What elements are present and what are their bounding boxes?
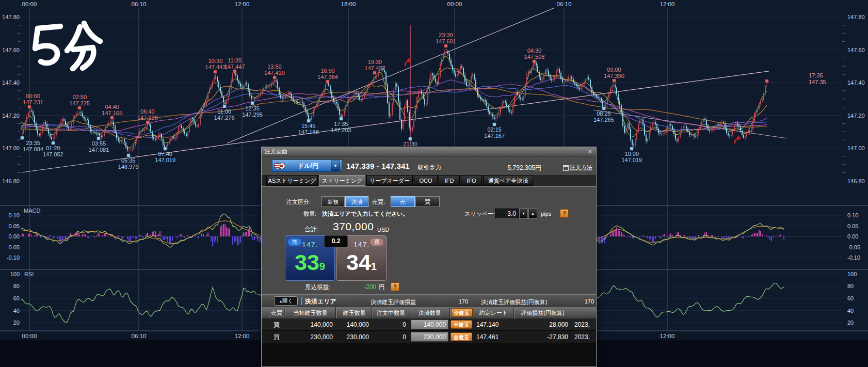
swing-time-label: 04:30 <box>527 47 542 54</box>
swing-high-marker <box>533 60 536 63</box>
tab-ストリーミング[interactable]: ストリーミング <box>319 175 365 186</box>
swing-price-label: 147.276 <box>214 115 235 121</box>
price-axis-label: 147.60 <box>847 47 865 53</box>
swing-low-marker <box>340 117 343 120</box>
cell: 0 <box>373 318 409 331</box>
currency-pair-select[interactable]: ドル/円 ▼ <box>272 159 342 172</box>
currency-pair-label: ドル/円 <box>285 162 331 170</box>
swing-time-label: 08:25 <box>597 110 611 117</box>
all-position-button[interactable]: 全建玉 <box>451 332 472 341</box>
tab-IFD[interactable]: IFD <box>439 175 460 186</box>
column-header-date <box>572 307 597 318</box>
order-method-link[interactable]: 注文方法 <box>570 164 592 171</box>
select-all-positions-button[interactable]: 全建玉 <box>451 308 473 317</box>
table-row[interactable]: 買230,000230,0000230,000全建玉147.461-27,830… <box>262 331 597 343</box>
quantity-label: 数量: <box>303 210 316 218</box>
slippage-help-icon[interactable]: ? <box>560 209 569 218</box>
swing-time-label: 04:40 <box>105 104 119 110</box>
chevron-down-icon[interactable]: ▼ <box>331 161 340 171</box>
macd-axis-label: 0.05 <box>9 223 20 229</box>
rsi-axis-label: 80 <box>847 283 854 289</box>
bid-ask-quote: 147.339 - 147.341 <box>346 162 410 170</box>
expected-pl-unit: 円 <box>379 283 385 291</box>
column-header-建玉数量: 建玉数量 <box>336 307 372 318</box>
macd-axis-label: 0.00 <box>847 233 858 240</box>
macd-axis-label: -0.10 <box>7 254 20 261</box>
rsi-axis-label: 100 <box>10 271 20 277</box>
swing-time-label: 05:35 <box>121 157 136 164</box>
macd-axis-label: 0.10 <box>847 212 858 218</box>
rsi-axis-label: 20 <box>13 320 20 326</box>
column-header-注文中数量: 注文中数量 <box>373 307 409 318</box>
tab-リーブオーダー[interactable]: リーブオーダー <box>366 175 413 186</box>
expected-pl-label: 見込損益: <box>305 283 330 291</box>
column-header-売買: 売買 <box>269 307 284 318</box>
current-candle-marker <box>765 79 768 83</box>
swing-low-marker <box>409 137 412 140</box>
swing-price-label: 147.410 <box>264 70 285 76</box>
slippage-up-button[interactable]: ▲ <box>528 209 537 219</box>
price-axis-label: 147.60 <box>2 47 20 53</box>
rsi-panel-label: RSI <box>24 271 34 277</box>
swing-price-label: 147.019 <box>621 157 642 163</box>
eval-pl-value: 170 <box>437 298 468 305</box>
time-axis-label: 00:00 <box>447 1 462 7</box>
column-header-全建玉[interactable]: 全建玉 <box>450 307 473 318</box>
swing-time-label: 06:40 <box>140 108 155 115</box>
table-row[interactable]: 買140,000140,0000140,000全建玉147.14028,0002… <box>262 318 597 331</box>
swing-price-label: 147.167 <box>484 133 505 139</box>
close-area-toggle-button[interactable]: ▲開く <box>274 296 298 306</box>
rsi-axis-label: 40 <box>13 308 20 314</box>
tab-通貨ペア全決済[interactable]: 通貨ペア全決済 <box>483 175 533 186</box>
total-value: 370,000 <box>333 220 374 233</box>
column-header-決済数量: 決済数量 <box>410 307 449 318</box>
all-position-button[interactable]: 全建玉 <box>451 320 472 329</box>
rsi-axis-label: 60 <box>13 295 20 301</box>
swing-high-marker <box>613 79 616 82</box>
price-axis-label: 147.00 <box>2 145 20 151</box>
side-buy-button[interactable]: 買 <box>415 196 440 207</box>
dialog-titlebar[interactable]: 注文画面 × <box>262 147 596 156</box>
tab-IFO[interactable]: IFO <box>461 175 482 186</box>
order-type-new-button[interactable]: 新規 <box>322 196 345 207</box>
quantity-note: 決済エリアで入力してください。 <box>322 210 409 218</box>
price-axis-label: 147.40 <box>2 79 20 86</box>
swing-time-label: 23:35 <box>26 140 40 146</box>
tab-ASストリーミング[interactable]: ASストリーミング <box>266 175 318 186</box>
tab-OCO[interactable]: OCO <box>414 175 438 186</box>
swing-price-label: 147.188 <box>298 129 319 135</box>
time-axis-label: 12:00 <box>660 1 675 7</box>
time-axis-label: 00:00 <box>22 333 37 339</box>
cell: 28,000 <box>514 318 571 331</box>
swing-high-marker <box>78 106 81 109</box>
swing-price-label: 146.979 <box>118 164 139 170</box>
time-axis-label: 12:00 <box>660 333 675 339</box>
margin-value: 5,792,305円 <box>489 164 541 172</box>
expected-pl-help-icon[interactable]: ? <box>391 282 399 291</box>
order-type-close-button[interactable]: 決済 <box>345 196 368 207</box>
close-quantity-input[interactable]: 140,000 <box>411 320 448 329</box>
tab-divider <box>262 186 597 187</box>
side-sell-button[interactable]: 売 <box>391 196 415 207</box>
swing-price-label: 147.225 <box>69 100 90 106</box>
swing-high-marker <box>273 76 276 79</box>
column-header-評価損益(円換算): 評価損益(円換算) <box>514 307 571 318</box>
eval-pl-jpy-value: 170 <box>564 298 594 305</box>
buy-price-big: 341 <box>337 249 386 281</box>
swing-low-marker <box>493 123 496 126</box>
accent-bar <box>301 297 302 305</box>
close-quantity-input[interactable]: 230,000 <box>411 332 448 342</box>
swing-price-label: 147.265 <box>593 117 614 123</box>
order-dialog: 注文画面 × ドル/円 ▼ 147.339 - 147.341 取引余力 5,7… <box>261 147 597 367</box>
cell: 140,000 <box>336 318 372 331</box>
swing-time-label: 03:55 <box>92 140 106 147</box>
close-icon[interactable]: × <box>587 148 593 155</box>
swing-low-marker <box>21 136 24 139</box>
column-header-当初建玉数量: 当初建玉数量 <box>285 307 336 318</box>
swing-high-marker <box>28 105 31 108</box>
swing-low-marker <box>164 147 167 150</box>
slippage-input[interactable]: 3.0 <box>495 209 519 219</box>
cell: 230,000 <box>285 331 336 343</box>
price-axis-label: 147.40 <box>847 79 865 86</box>
slippage-down-button[interactable]: ▼ <box>519 209 528 219</box>
